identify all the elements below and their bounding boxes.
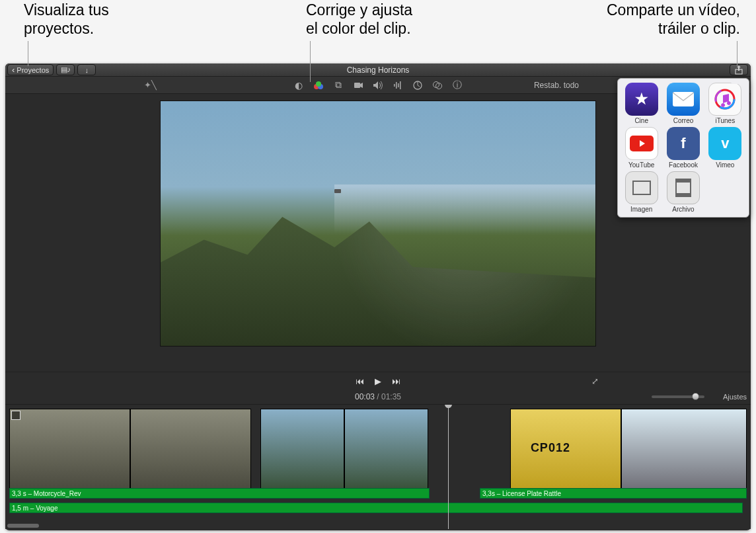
- speed-icon[interactable]: [412, 80, 423, 91]
- fullscreen-button[interactable]: ⤢: [591, 376, 599, 386]
- facebook-icon: f: [667, 127, 700, 160]
- imovie-window: Proyectos ▤♪ ↓ Chasing Horizons ✦╲ ◐ ⧉: [5, 63, 751, 530]
- share-label: Vimeo: [716, 161, 734, 169]
- timeline[interactable]: 3,3 s – Motorcycle_Rev 3,3s – License Pl…: [5, 405, 751, 529]
- color-balance-icon[interactable]: ◐: [293, 80, 304, 91]
- play-button[interactable]: ▶: [375, 376, 381, 386]
- audio-clip-2[interactable]: 3,3s – License Plate Rattle: [480, 488, 747, 499]
- share-item-archivo[interactable]: Archivo: [663, 171, 702, 213]
- itunes-icon: [708, 83, 741, 116]
- settings-button[interactable]: Ajustes: [723, 393, 747, 401]
- clip-filter-icon[interactable]: [432, 80, 443, 91]
- prev-button[interactable]: ⏮: [356, 376, 364, 386]
- share-item-youtube[interactable]: YouTube: [622, 127, 661, 169]
- titlebar: Proyectos ▤♪ ↓ Chasing Horizons: [5, 63, 751, 77]
- video-clip-2[interactable]: [260, 409, 428, 489]
- audio-clip-1[interactable]: 3,3 s – Motorcycle_Rev: [9, 488, 430, 499]
- svg-rect-6: [396, 82, 397, 89]
- share-item-vimeo[interactable]: v Vimeo: [706, 127, 745, 169]
- preview-scene-cablecar: [334, 189, 341, 193]
- timecode-current: 00:03: [355, 392, 375, 401]
- share-item-imagen[interactable]: Imagen: [622, 171, 661, 213]
- info-icon[interactable]: ⓘ: [452, 80, 463, 91]
- zoom-slider[interactable]: [652, 395, 704, 398]
- svg-rect-5: [394, 84, 395, 87]
- svg-rect-12: [673, 92, 694, 106]
- mail-icon: [667, 83, 700, 116]
- callout-line: [737, 41, 737, 66]
- callout-line: [310, 41, 311, 82]
- transport-bar: ⏮ ▶ ⏭ ⤢: [5, 372, 751, 390]
- timecode-total: 01:35: [381, 392, 401, 401]
- share-item-itunes[interactable]: iTunes: [706, 83, 745, 124]
- share-item-cine[interactable]: ★ Cine: [622, 83, 661, 124]
- share-label: Facebook: [669, 161, 698, 169]
- timecode-row: 00:03 / 01:35 Ajustes: [5, 390, 751, 405]
- horizontal-scrollbar[interactable]: [7, 524, 39, 528]
- next-button[interactable]: ⏭: [392, 376, 400, 386]
- svg-rect-4: [354, 83, 360, 88]
- preview-scene-sky: [334, 184, 595, 233]
- share-item-facebook[interactable]: f Facebook: [663, 127, 702, 169]
- callout-projects: Visualiza tus proyectos.: [24, 1, 109, 38]
- project-title: Chasing Horizons: [5, 65, 751, 75]
- share-label: iTunes: [715, 117, 735, 124]
- magic-wand-icon[interactable]: ✦╲: [144, 80, 157, 90]
- callout-color: Corrige y ajusta el color del clip.: [306, 1, 412, 38]
- svg-rect-8: [400, 81, 401, 89]
- video-clip-1[interactable]: [9, 409, 251, 489]
- noise-reduction-icon[interactable]: [393, 80, 403, 91]
- volume-icon[interactable]: [373, 80, 383, 91]
- timecode-sep: /: [375, 392, 381, 401]
- file-icon: [667, 171, 700, 204]
- clip-start-marker[interactable]: [11, 411, 20, 420]
- svg-point-3: [316, 81, 321, 87]
- share-label: Cine: [634, 117, 648, 124]
- share-label: Archivo: [672, 206, 694, 213]
- vimeo-icon: v: [708, 127, 741, 160]
- playhead[interactable]: [448, 405, 449, 529]
- audio-clip-3[interactable]: 1,5 m – Voyage: [9, 503, 743, 513]
- theater-icon: ★: [625, 83, 658, 116]
- image-icon: [625, 171, 658, 204]
- zoom-slider-knob[interactable]: [692, 393, 699, 400]
- video-clip-3[interactable]: [510, 409, 747, 489]
- color-correction-icon[interactable]: [313, 80, 324, 91]
- svg-rect-7: [398, 83, 399, 87]
- share-label: Correo: [673, 117, 694, 124]
- share-label: YouTube: [628, 161, 654, 169]
- video-preview[interactable]: [160, 101, 596, 347]
- youtube-icon: [625, 127, 658, 160]
- stabilize-icon[interactable]: [353, 80, 363, 91]
- share-popover: ★ Cine Correo iTunes YouTube: [617, 78, 749, 218]
- crop-icon[interactable]: ⧉: [333, 80, 344, 91]
- reset-all-button[interactable]: Restab. todo: [534, 81, 579, 90]
- timecode-display: 00:03 / 01:35: [355, 392, 401, 401]
- callout-share: Comparte un vídeo, tráiler o clip.: [607, 1, 740, 38]
- share-item-correo[interactable]: Correo: [663, 83, 702, 124]
- share-label: Imagen: [630, 206, 652, 213]
- callout-line: [28, 41, 28, 66]
